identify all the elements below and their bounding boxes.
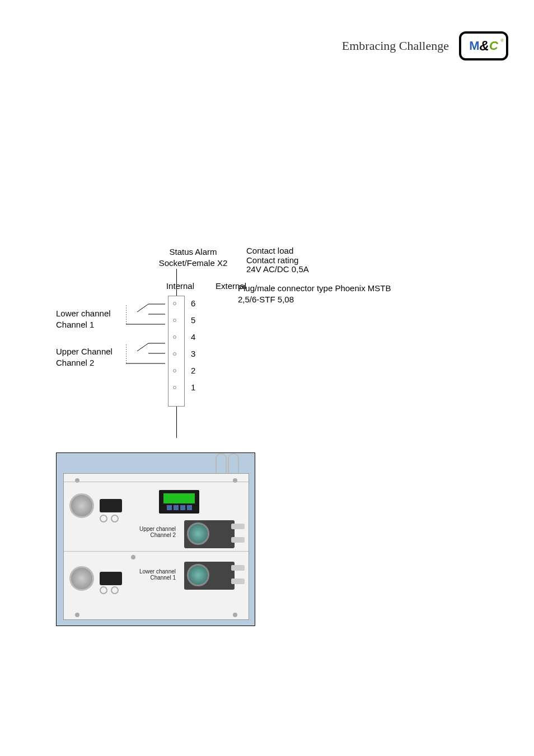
- logo-letter-c: C: [489, 39, 498, 53]
- connector-pin-icon: [173, 302, 176, 305]
- lower-channel-line1: Lower channel: [56, 308, 111, 319]
- pin-number: 6: [191, 298, 195, 308]
- socket-title-line2: Socket/Female X2: [143, 258, 243, 269]
- lower-channel-label: Lower channel Channel 1: [56, 308, 111, 330]
- pin-number: 5: [191, 315, 195, 325]
- device-photo: Upper channel Channel 2 Lower channel Ch…: [56, 452, 255, 626]
- side-port-icon: [231, 565, 245, 571]
- upper-channel-line2: Channel 2: [56, 357, 113, 368]
- display-screen-icon: [163, 493, 195, 503]
- socket-title: Status Alarm Socket/Female X2: [143, 246, 243, 268]
- svg-line-1: [137, 304, 148, 312]
- display-keys: [167, 505, 192, 510]
- internal-label: Internal: [166, 281, 194, 291]
- registered-trademark-icon: ®: [500, 38, 504, 43]
- photo-upper-channel-label: Upper channel Channel 2: [131, 526, 176, 538]
- svg-line-6: [137, 343, 148, 351]
- upper-channel-line1: Upper Channel: [56, 346, 113, 357]
- plug-line1: Plug/male connector type Phoenix MSTB: [238, 283, 391, 294]
- cable-icon: [228, 453, 239, 475]
- side-port-icon: [231, 537, 245, 543]
- valve-knob-icon: [100, 499, 122, 512]
- inlet-port-icon: [69, 566, 94, 591]
- pump-icon: [187, 564, 209, 586]
- display-key-icon: [167, 505, 172, 510]
- pin-number: 1: [191, 382, 195, 392]
- small-port-icon: [111, 586, 119, 594]
- contact-rating-label: Contact rating: [246, 256, 309, 265]
- digital-display: [159, 490, 199, 514]
- display-key-icon: [174, 505, 179, 510]
- contact-rating-value: 24V AC/DC 0,5A: [246, 265, 309, 274]
- pin-number: 4: [191, 332, 195, 342]
- cable-icon: [216, 453, 227, 475]
- plug-line2: 2,5/6-STF 5,08: [238, 294, 391, 305]
- photo-upper-line2: Channel 2: [131, 532, 176, 538]
- display-key-icon: [187, 505, 192, 510]
- photo-lower-channel-label: Lower channel Channel 1: [131, 568, 176, 581]
- upper-channel-label: Upper Channel Channel 2: [56, 346, 113, 368]
- side-port-icon: [231, 578, 245, 584]
- lower-channel-line2: Channel 1: [56, 319, 111, 330]
- connector-pin-icon: [173, 352, 176, 356]
- front-panel: Upper channel Channel 2 Lower channel Ch…: [63, 473, 249, 620]
- photo-lower-line1: Lower channel: [131, 568, 176, 575]
- logo-letter-m: M: [469, 39, 479, 53]
- relay-symbol-icon: [126, 300, 165, 322]
- connector-line: [176, 407, 177, 438]
- photo-upper-line1: Upper channel: [131, 526, 176, 532]
- inlet-port-icon: [69, 493, 94, 518]
- contact-load-label: Contact load: [246, 246, 309, 256]
- screw-icon: [131, 555, 135, 559]
- connector-line: [176, 269, 177, 296]
- valve-knob-icon: [100, 572, 122, 585]
- brand-logo: M & C ®: [459, 31, 508, 60]
- connector-box: 6 5 4 3 2 1: [168, 296, 185, 407]
- connector-pin-icon: [173, 319, 176, 322]
- socket-title-line1: Status Alarm: [143, 246, 243, 258]
- photo-lower-line2: Channel 1: [131, 575, 176, 581]
- connector-pin-icon: [173, 335, 176, 339]
- small-port-icon: [111, 515, 119, 522]
- pin-number: 3: [191, 349, 195, 358]
- relay-symbol-icon: [126, 339, 165, 361]
- tagline-text: Embracing Challenge: [342, 39, 449, 53]
- small-port-icon: [100, 515, 107, 522]
- page-header: Embracing Challenge M & C ®: [342, 31, 508, 60]
- display-key-icon: [180, 505, 185, 510]
- contact-rating-block: Contact load Contact rating 24V AC/DC 0,…: [246, 246, 309, 274]
- side-port-icon: [231, 524, 245, 529]
- upper-channel-row: Upper channel Channel 2: [64, 482, 249, 544]
- plug-connector-info: Plug/male connector type Phoenix MSTB 2,…: [238, 283, 391, 305]
- connector-pin-icon: [173, 386, 176, 389]
- pin-number: 2: [191, 366, 195, 375]
- lower-channel-row: Lower channel Channel 1: [64, 551, 249, 614]
- connector-pin-icon: [173, 369, 176, 372]
- pump-icon: [187, 522, 209, 545]
- small-port-icon: [100, 586, 107, 594]
- logo-ampersand-icon: &: [480, 38, 489, 54]
